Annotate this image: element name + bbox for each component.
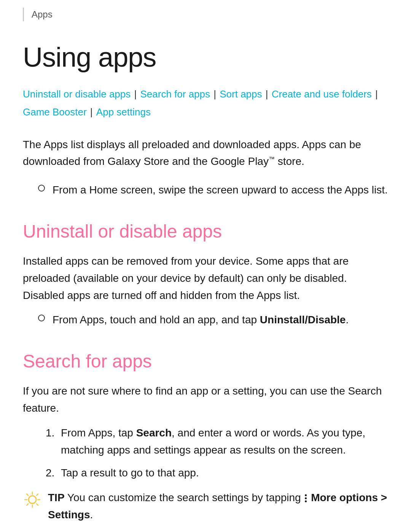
- tip-icon-search: [23, 490, 42, 509]
- svg-line-5: [27, 494, 28, 495]
- nav-sep-5: |: [88, 106, 96, 118]
- section-heading-search: Search for apps: [23, 348, 388, 375]
- page-title: Using apps: [23, 37, 388, 78]
- nav-sep-4: |: [373, 88, 378, 100]
- search-paragraph: If you are not sure where to find an app…: [23, 383, 388, 417]
- uninstall-bold: Uninstall/Disable: [260, 314, 346, 326]
- search-tip-box: TIP You can customize the search setting…: [23, 489, 388, 524]
- bullet-circle-icon: [38, 185, 45, 192]
- more-options-icon-search: [305, 494, 307, 502]
- svg-line-8: [27, 504, 28, 505]
- nav-link-search[interactable]: Search for apps: [140, 88, 210, 100]
- intro-bullet-item: From a Home screen, swipe the screen upw…: [38, 182, 388, 199]
- nav-sep-2: |: [211, 88, 219, 100]
- nav-link-game-booster[interactable]: Game Booster: [23, 106, 87, 118]
- step-2-text: Tap a result to go to that app.: [61, 465, 199, 482]
- breadcrumb-label: Apps: [32, 9, 53, 19]
- search-step-1: 1. From Apps, tap Search, and enter a wo…: [46, 425, 388, 459]
- uninstall-bullet-circle: [38, 315, 45, 321]
- step-1-text: From Apps, tap Search, and enter a word …: [61, 425, 388, 459]
- search-bold: Search: [136, 427, 172, 439]
- intro-bullet-text: From a Home screen, swipe the screen upw…: [53, 182, 388, 199]
- uninstall-bullet-item: From Apps, touch and hold an app, and ta…: [38, 312, 388, 329]
- nav-link-folders[interactable]: Create and use folders: [272, 88, 372, 100]
- intro-paragraph: The Apps list displays all preloaded and…: [23, 136, 388, 171]
- nav-sep-3: |: [263, 88, 271, 100]
- search-numbered-list: 1. From Apps, tap Search, and enter a wo…: [46, 425, 388, 482]
- search-step-2: 2. Tap a result to go to that app.: [46, 465, 388, 482]
- nav-link-sort[interactable]: Sort apps: [220, 88, 262, 100]
- nav-link-uninstall[interactable]: Uninstall or disable apps: [23, 88, 131, 100]
- nav-links: Uninstall or disable apps | Search for a…: [23, 85, 388, 121]
- svg-line-6: [37, 504, 38, 505]
- search-tip-bold: More options > Settings: [48, 492, 387, 521]
- svg-line-7: [37, 494, 38, 495]
- nav-sep-1: |: [131, 88, 139, 100]
- nav-link-app-settings[interactable]: App settings: [96, 106, 151, 118]
- svg-point-0: [29, 496, 36, 503]
- uninstall-paragraph: Installed apps can be removed from your …: [23, 253, 388, 304]
- step-number-1: 1.: [46, 425, 61, 442]
- breadcrumb: Apps: [23, 8, 388, 21]
- uninstall-bullet-text: From Apps, touch and hold an app, and ta…: [53, 312, 349, 329]
- section-heading-uninstall: Uninstall or disable apps: [23, 218, 388, 245]
- search-tip-label: TIP: [48, 492, 65, 503]
- step-number-2: 2.: [46, 465, 61, 482]
- search-tip-text: TIP You can customize the search setting…: [48, 489, 388, 524]
